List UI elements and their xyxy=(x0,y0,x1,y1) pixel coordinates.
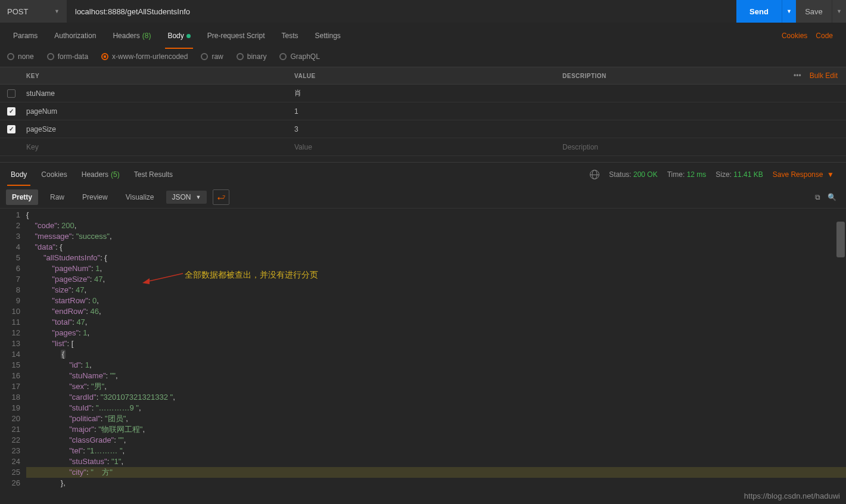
resp-tab-cookies[interactable]: Cookies xyxy=(34,163,74,186)
table-row[interactable]: stuName 肖 xyxy=(0,85,846,102)
radio-graphql[interactable]: GraphQL xyxy=(279,52,319,61)
scrollbar[interactable] xyxy=(836,222,845,257)
radio-binary[interactable]: binary xyxy=(237,52,267,61)
size-label: Size: 11.41 KB xyxy=(716,170,763,179)
view-raw[interactable]: Raw xyxy=(44,189,70,205)
method-selector[interactable]: POST▼ xyxy=(0,0,67,23)
send-caret[interactable]: ▼ xyxy=(782,0,796,23)
tab-settings[interactable]: Settings xyxy=(307,23,349,49)
cookies-link[interactable]: Cookies xyxy=(782,32,807,40)
annotation-text: 全部数据都被查出，并没有进行分页 xyxy=(185,269,318,280)
tab-tests[interactable]: Tests xyxy=(273,23,306,49)
col-key: KEY xyxy=(23,73,291,79)
status-label: Status: 200 OK xyxy=(609,170,657,179)
globe-icon[interactable] xyxy=(590,170,599,179)
view-preview[interactable]: Preview xyxy=(76,189,114,205)
view-pretty[interactable]: Pretty xyxy=(6,189,38,205)
code-link[interactable]: Code xyxy=(816,32,833,40)
row-checkbox[interactable]: ✓ xyxy=(7,107,15,116)
response-body[interactable]: 1234567891011121314151617181920212223242… xyxy=(0,209,846,489)
resp-tab-tests[interactable]: Test Results xyxy=(127,163,180,186)
col-value: VALUE xyxy=(291,73,559,79)
row-checkbox[interactable]: ✓ xyxy=(7,125,15,133)
view-visualize[interactable]: Visualize xyxy=(120,189,160,205)
save-response-button[interactable]: Save Response ▼ xyxy=(773,170,834,179)
save-button[interactable]: Save xyxy=(796,0,832,23)
svg-marker-1 xyxy=(142,278,150,284)
row-checkbox[interactable] xyxy=(7,89,15,98)
col-description: DESCRIPTION xyxy=(559,73,794,79)
save-caret[interactable]: ▼ xyxy=(832,0,846,23)
caret-down-icon: ▼ xyxy=(54,8,60,14)
radio-formdata[interactable]: form-data xyxy=(47,52,88,61)
radio-raw[interactable]: raw xyxy=(201,52,223,61)
tab-prerequest[interactable]: Pre-request Script xyxy=(199,23,273,49)
more-icon[interactable]: ••• xyxy=(794,71,801,80)
table-row-new[interactable]: Key Value Description xyxy=(0,138,846,156)
wrap-lines-icon[interactable]: ⮐ xyxy=(213,189,229,205)
search-icon[interactable]: 🔍 xyxy=(828,193,836,201)
copy-icon[interactable]: ⧉ xyxy=(815,193,820,201)
resp-tab-body[interactable]: Body xyxy=(4,163,34,186)
format-selector[interactable]: JSON▼ xyxy=(166,191,207,204)
dot-indicator-icon xyxy=(186,34,191,38)
tab-params[interactable]: Params xyxy=(5,23,46,49)
arrow-icon xyxy=(142,271,184,285)
send-button[interactable]: Send xyxy=(736,0,782,23)
watermark: https://blog.csdn.net/haduwi xyxy=(744,491,840,500)
tab-authorization[interactable]: Authorization xyxy=(46,23,104,49)
tab-body[interactable]: Body xyxy=(159,23,198,49)
tab-headers[interactable]: Headers(8) xyxy=(104,23,159,49)
time-label: Time: 12 ms xyxy=(667,170,707,179)
table-row[interactable]: ✓ pageSize 3 xyxy=(0,120,846,138)
radio-xwww[interactable]: x-www-form-urlencoded xyxy=(101,52,188,61)
svg-line-0 xyxy=(146,273,183,282)
url-input[interactable]: localhost:8888/getAllStudentsInfo xyxy=(67,0,736,23)
radio-none[interactable]: none xyxy=(7,52,34,61)
bulk-edit-link[interactable]: Bulk Edit xyxy=(810,71,838,80)
resp-tab-headers[interactable]: Headers(5) xyxy=(74,163,127,186)
line-gutter: 1234567891011121314151617181920212223242… xyxy=(0,209,26,489)
table-row[interactable]: ✓ pageNum 1 xyxy=(0,102,846,120)
